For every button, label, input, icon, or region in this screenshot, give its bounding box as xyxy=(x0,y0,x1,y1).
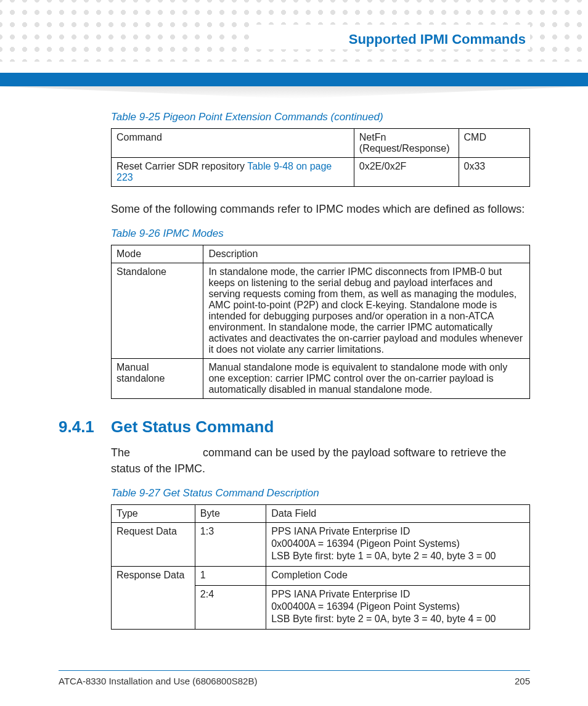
t927-r2-l1: 0x00400A = 16394 (Pigeon Point Systems) xyxy=(271,601,525,612)
t925-row-cmd: 0x33 xyxy=(459,158,529,187)
sec-para-before: The xyxy=(111,446,133,459)
page-header-title: Supported IPMI Commands xyxy=(345,30,529,49)
footer-doc-title: ATCA-8330 Installation and Use (6806800S… xyxy=(59,676,257,686)
t927-r2-l2: LSB Byte first: byte 2 = 0A, byte 3 = 40… xyxy=(271,614,525,625)
t927-r0-l1: 0x00400A = 16394 (Pigeon Point Systems) xyxy=(271,538,525,549)
section-number: 9.4.1 xyxy=(59,417,111,437)
t927-r0-type: Request Data xyxy=(112,522,195,566)
table-row: Request Data 1:3 PPS IANA Private Enterp… xyxy=(112,522,530,566)
t926-header-mode: Mode xyxy=(112,245,203,263)
t927-r2-byte: 2:4 xyxy=(195,585,266,629)
table-9-25: Command NetFn (Request/Response) CMD Res… xyxy=(111,128,530,187)
table-row: Response Data 1 Completion Code xyxy=(112,566,530,585)
table-9-25-caption: Table 9-25 Pigeon Point Extension Comman… xyxy=(111,111,530,123)
t925-header-command: Command xyxy=(112,129,354,158)
section-9-4-1-paragraph: The Get Status command can be used by th… xyxy=(111,445,530,476)
page-footer: ATCA-8330 Installation and Use (6806800S… xyxy=(59,670,530,686)
table-row: Manual standalone Manual standalone mode… xyxy=(112,359,530,399)
header-blue-bar xyxy=(0,73,588,86)
table-9-27: Type Byte Data Field Request Data 1:3 PP… xyxy=(111,504,530,630)
table-row: Standalone In standalone mode, the carri… xyxy=(112,263,530,359)
t927-header-datafield: Data Field xyxy=(266,504,530,522)
table-9-26-caption: Table 9-26 IPMC Modes xyxy=(111,228,530,240)
sec-para-after: command can be used by the payload softw… xyxy=(111,446,506,474)
t926-row0-desc: In standalone mode, the carrier IPMC dis… xyxy=(203,263,530,359)
t927-r2-datafield: PPS IANA Private Enterprise ID 0x00400A … xyxy=(266,585,530,629)
t927-r1-type: Response Data xyxy=(112,566,195,585)
t927-r0-datafield: PPS IANA Private Enterprise ID 0x00400A … xyxy=(266,522,530,566)
t927-r0-l2: LSB Byte first: byte 1 = 0A, byte 2 = 40… xyxy=(271,551,525,562)
t927-r2-l0: PPS IANA Private Enterprise ID xyxy=(271,589,525,600)
t927-r2-type xyxy=(112,585,195,629)
t927-r0-l0: PPS IANA Private Enterprise ID xyxy=(271,526,525,537)
t927-r1-datafield: Completion Code xyxy=(266,566,530,585)
footer-page-number: 205 xyxy=(515,676,530,686)
t927-r0-byte: 1:3 xyxy=(195,522,266,566)
header-shadow xyxy=(0,86,588,99)
table-row: Reset Carrier SDR repository Table 9-48 … xyxy=(112,158,530,187)
table-row: 2:4 PPS IANA Private Enterprise ID 0x004… xyxy=(112,585,530,629)
section-title: Get Status Command xyxy=(111,417,274,437)
t925-row-cmd-text: Reset Carrier SDR repository xyxy=(116,161,247,171)
t927-r1-l0: Completion Code xyxy=(271,570,525,581)
table-9-26: Mode Description Standalone In standalon… xyxy=(111,245,530,399)
t927-r1-byte: 1 xyxy=(195,566,266,585)
paragraph-ipmc-modes-intro: Some of the following commands refer to … xyxy=(111,202,530,216)
section-9-4-1-heading: 9.4.1 Get Status Command xyxy=(59,417,530,437)
t926-header-desc: Description xyxy=(203,245,530,263)
t926-row1-mode: Manual standalone xyxy=(112,359,203,399)
t926-row1-desc: Manual standalone mode is equivalent to … xyxy=(203,359,530,399)
t926-row0-mode: Standalone xyxy=(112,263,203,359)
table-9-27-caption: Table 9-27 Get Status Command Descriptio… xyxy=(111,487,530,499)
t925-header-cmd: CMD xyxy=(459,129,529,158)
t925-row-netfn: 0x2E/0x2F xyxy=(354,158,459,187)
t927-header-byte: Byte xyxy=(195,504,266,522)
t925-header-netfn: NetFn (Request/Response) xyxy=(354,129,459,158)
t927-header-type: Type xyxy=(112,504,195,522)
